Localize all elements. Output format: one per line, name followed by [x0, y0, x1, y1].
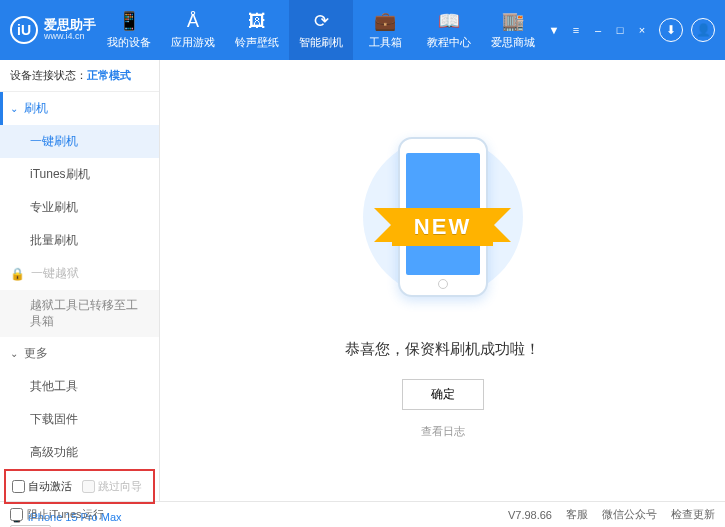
footer-link-support[interactable]: 客服: [566, 507, 588, 522]
menu-icon[interactable]: ≡: [567, 21, 585, 39]
logo-icon: iU: [10, 16, 38, 44]
success-illustration: NEW: [368, 122, 518, 312]
success-message: 恭喜您，保资料刷机成功啦！: [345, 340, 540, 359]
app-url: www.i4.cn: [44, 32, 96, 42]
sidebar-item-other-tools[interactable]: 其他工具: [0, 370, 159, 403]
nav-ringtones[interactable]: 🖼铃声壁纸: [225, 0, 289, 60]
view-log-link[interactable]: 查看日志: [421, 424, 465, 439]
sidebar-item-batch-flash[interactable]: 批量刷机: [0, 224, 159, 257]
toolbox-icon: 💼: [374, 10, 396, 32]
dropdown-icon[interactable]: ▼: [545, 21, 563, 39]
chevron-down-icon: ⌄: [10, 348, 18, 359]
nav-tutorials[interactable]: 📖教程中心: [417, 0, 481, 60]
minimize-icon[interactable]: –: [589, 21, 607, 39]
highlighted-options: 自动激活 跳过向导: [4, 469, 155, 504]
lock-icon: 🔒: [10, 267, 25, 281]
store-icon: 🏬: [502, 10, 524, 32]
app-title: 爱思助手: [44, 18, 96, 32]
logo: iU 爱思助手 www.i4.cn: [10, 16, 97, 44]
nav-apps[interactable]: Å应用游戏: [161, 0, 225, 60]
footer-link-wechat[interactable]: 微信公众号: [602, 507, 657, 522]
ok-button[interactable]: 确定: [402, 379, 484, 410]
sidebar-item-itunes-flash[interactable]: iTunes刷机: [0, 158, 159, 191]
main-content: NEW 恭喜您，保资料刷机成功啦！ 确定 查看日志: [160, 60, 725, 501]
block-itunes-checkbox[interactable]: 阻止iTunes运行: [10, 507, 104, 522]
book-icon: 📖: [438, 10, 460, 32]
new-ribbon: NEW: [392, 208, 493, 246]
app-header: iU 爱思助手 www.i4.cn 📱我的设备 Å应用游戏 🖼铃声壁纸 ⟳智能刷…: [0, 0, 725, 60]
nav-flash[interactable]: ⟳智能刷机: [289, 0, 353, 60]
nav-toolbox[interactable]: 💼工具箱: [353, 0, 417, 60]
phone-icon: 📱: [118, 10, 140, 32]
sidebar-item-advanced[interactable]: 高级功能: [0, 436, 159, 469]
sidebar-item-oneclick-flash[interactable]: 一键刷机: [0, 125, 159, 158]
user-icon[interactable]: 👤: [691, 18, 715, 42]
maximize-icon[interactable]: □: [611, 21, 629, 39]
sidebar-item-download-fw[interactable]: 下载固件: [0, 403, 159, 436]
footer-link-update[interactable]: 检查更新: [671, 507, 715, 522]
nav-my-device[interactable]: 📱我的设备: [97, 0, 161, 60]
sidebar-item-pro-flash[interactable]: 专业刷机: [0, 191, 159, 224]
version-label: V7.98.66: [508, 509, 552, 521]
section-more[interactable]: ⌄ 更多: [0, 337, 159, 370]
device-status: 设备连接状态：正常模式: [0, 60, 159, 92]
section-flash[interactable]: ⌄ 刷机: [0, 92, 159, 125]
top-nav: 📱我的设备 Å应用游戏 🖼铃声壁纸 ⟳智能刷机 💼工具箱 📖教程中心 🏬爱思商城: [97, 0, 545, 60]
skip-guide-checkbox[interactable]: 跳过向导: [82, 479, 142, 494]
download-icon[interactable]: ⬇: [659, 18, 683, 42]
sidebar-jailbreak-note: 越狱工具已转移至工具箱: [0, 290, 159, 337]
chevron-down-icon: ⌄: [10, 103, 18, 114]
sidebar-item-jailbreak: 🔒 一键越狱: [0, 257, 159, 290]
close-icon[interactable]: ×: [633, 21, 651, 39]
apps-icon: Å: [187, 11, 199, 32]
wallpaper-icon: 🖼: [248, 11, 266, 32]
sidebar: 设备连接状态：正常模式 ⌄ 刷机 一键刷机 iTunes刷机 专业刷机 批量刷机…: [0, 60, 160, 501]
flash-icon: ⟳: [314, 10, 329, 32]
window-controls: ▼ ≡ – □ × ⬇ 👤: [545, 18, 715, 42]
nav-store[interactable]: 🏬爱思商城: [481, 0, 545, 60]
auto-activate-checkbox[interactable]: 自动激活: [12, 479, 72, 494]
